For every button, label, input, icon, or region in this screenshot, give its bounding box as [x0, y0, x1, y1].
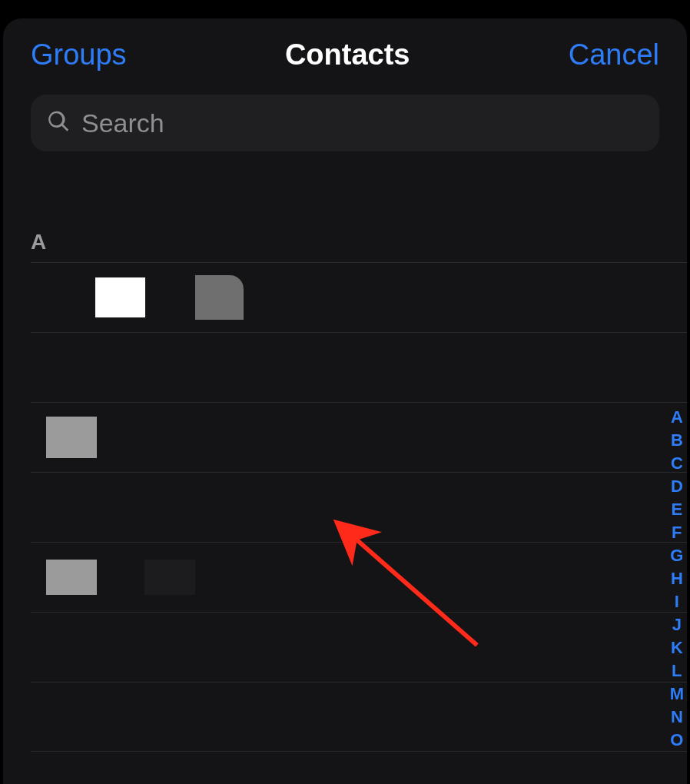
search-bar-container	[3, 90, 687, 165]
alpha-index-letter[interactable]: A	[671, 409, 683, 426]
alpha-index-letter[interactable]: D	[671, 478, 683, 495]
contact-row[interactable]	[31, 402, 687, 472]
contact-row[interactable]	[31, 542, 687, 612]
alphabet-index[interactable]: ABCDEFGHIJKLMNO	[670, 409, 684, 749]
alpha-index-letter[interactable]: N	[671, 709, 683, 726]
search-icon	[46, 109, 71, 137]
redacted-block	[95, 277, 145, 317]
groups-button[interactable]: Groups	[31, 38, 127, 71]
search-input[interactable]	[81, 108, 644, 138]
alpha-index-letter[interactable]: O	[670, 732, 683, 749]
alpha-index-letter[interactable]: M	[670, 686, 684, 703]
contact-row[interactable]	[31, 262, 687, 332]
redacted-block	[144, 560, 195, 595]
contact-row[interactable]	[31, 472, 687, 542]
navbar: Groups Contacts Cancel	[3, 18, 687, 90]
search-bar[interactable]	[31, 95, 659, 151]
contacts-list: A	[3, 165, 687, 752]
contacts-sheet: Groups Contacts Cancel A ABCDEFGHIJKLMNO	[3, 18, 687, 784]
alpha-index-letter[interactable]: L	[672, 663, 682, 679]
alpha-index-letter[interactable]: F	[672, 524, 682, 541]
alpha-index-letter[interactable]: J	[672, 616, 682, 633]
alpha-index-letter[interactable]: K	[671, 639, 683, 656]
alpha-index-letter[interactable]: C	[671, 455, 683, 472]
cancel-button[interactable]: Cancel	[569, 38, 659, 71]
redacted-block	[46, 560, 97, 595]
alpha-index-letter[interactable]: B	[671, 432, 683, 449]
contact-row[interactable]	[31, 332, 687, 402]
redacted-block	[195, 275, 244, 320]
alpha-index-letter[interactable]: H	[671, 570, 683, 587]
contact-row[interactable]	[31, 612, 687, 682]
section-header: A	[3, 230, 687, 262]
redacted-block	[46, 417, 97, 458]
alpha-index-letter[interactable]: I	[675, 593, 679, 610]
contact-row[interactable]	[31, 682, 687, 752]
alpha-index-letter[interactable]: E	[671, 501, 682, 518]
alpha-index-letter[interactable]: G	[670, 547, 683, 564]
page-title: Contacts	[127, 38, 569, 71]
